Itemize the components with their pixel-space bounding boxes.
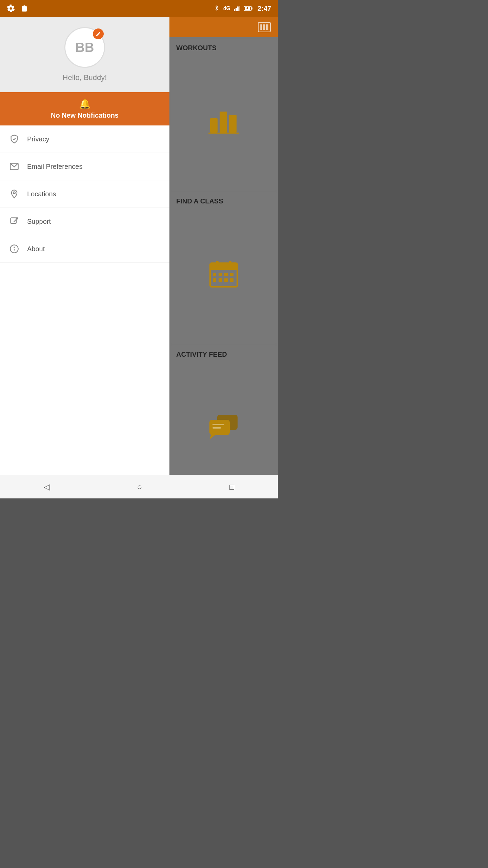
sidebar-item-support[interactable]: Support xyxy=(0,208,169,235)
location-pin-icon xyxy=(8,188,20,200)
svg-rect-25 xyxy=(229,115,237,133)
svg-rect-23 xyxy=(210,118,218,133)
svg-point-8 xyxy=(13,192,15,194)
battery-icon xyxy=(244,6,253,11)
settings-icon xyxy=(7,4,15,13)
svg-rect-43 xyxy=(212,427,221,429)
chat-bubbles-icon xyxy=(208,413,240,440)
activity-feed-icon-area xyxy=(176,361,271,492)
bluetooth-icon xyxy=(213,5,220,12)
email-preferences-label: Email Preferences xyxy=(27,163,82,171)
notification-text: No New Notifications xyxy=(51,112,119,119)
about-label: About xyxy=(27,245,45,253)
calendar-icon xyxy=(208,258,239,289)
svg-rect-26 xyxy=(208,133,239,134)
svg-rect-3 xyxy=(239,6,240,11)
bell-icon: 🔔 xyxy=(79,98,91,110)
svg-rect-31 xyxy=(213,273,216,276)
signal-bars-icon xyxy=(234,6,241,11)
activity-feed-card[interactable]: ACTIVITY FEED xyxy=(171,345,277,497)
avatar-wrapper: BB xyxy=(64,27,105,68)
svg-rect-0 xyxy=(234,9,235,11)
status-bar-right: 4G 2:47 xyxy=(213,5,271,13)
find-a-class-card[interactable]: FIND A CLASS xyxy=(171,192,277,344)
shield-check-icon xyxy=(8,133,20,145)
find-a-class-title: FIND A CLASS xyxy=(176,197,271,205)
svg-rect-35 xyxy=(213,278,216,282)
svg-rect-2 xyxy=(237,6,239,11)
main-header xyxy=(169,17,278,37)
svg-rect-5 xyxy=(251,7,252,9)
main-layout: BB Hello, Buddy! 🔔 No New Notifications xyxy=(0,17,278,498)
svg-rect-42 xyxy=(212,424,224,425)
notification-banner[interactable]: 🔔 No New Notifications xyxy=(0,92,169,125)
svg-rect-36 xyxy=(219,278,222,282)
sidebar-drawer: BB Hello, Buddy! 🔔 No New Notifications xyxy=(0,17,169,498)
edit-avatar-button[interactable] xyxy=(93,28,104,39)
svg-rect-1 xyxy=(236,8,237,11)
signal-4g-icon: 4G xyxy=(223,5,230,12)
profile-section: BB Hello, Buddy! xyxy=(0,17,169,92)
recents-button[interactable]: □ xyxy=(223,479,241,495)
avatar-initials: BB xyxy=(76,40,94,55)
main-content: WORKOUTS FIND A CLASS xyxy=(169,17,278,498)
barcode-scanner-icon[interactable] xyxy=(258,21,271,33)
svg-rect-38 xyxy=(230,278,233,282)
sidebar-item-privacy[interactable]: Privacy xyxy=(0,125,169,153)
svg-rect-34 xyxy=(230,273,233,276)
workouts-title: WORKOUTS xyxy=(176,44,271,52)
bar-chart-icon xyxy=(208,106,239,134)
status-bar: 4G 2:47 xyxy=(0,0,278,17)
cards-container: WORKOUTS FIND A CLASS xyxy=(169,37,278,498)
svg-rect-33 xyxy=(224,273,228,276)
svg-rect-24 xyxy=(220,112,227,133)
locations-label: Locations xyxy=(27,190,56,198)
privacy-label: Privacy xyxy=(27,135,49,143)
workouts-card[interactable]: WORKOUTS xyxy=(171,39,277,191)
sidebar-item-email-preferences[interactable]: Email Preferences xyxy=(0,153,169,180)
svg-marker-41 xyxy=(209,435,215,439)
status-time: 2:47 xyxy=(258,5,271,13)
activity-feed-title: ACTIVITY FEED xyxy=(176,351,271,358)
svg-rect-28 xyxy=(210,263,237,270)
clipboard-icon xyxy=(20,4,28,13)
svg-rect-29 xyxy=(216,261,219,266)
bottom-nav: ◁ ○ □ xyxy=(0,475,278,498)
support-label: Support xyxy=(27,218,51,225)
home-button[interactable]: ○ xyxy=(130,479,149,495)
menu-list: Privacy Email Preferences xyxy=(0,125,169,471)
find-a-class-icon-area xyxy=(176,208,271,338)
back-button[interactable]: ◁ xyxy=(37,479,57,495)
info-circle-icon xyxy=(8,243,20,255)
sidebar-item-locations[interactable]: Locations xyxy=(0,180,169,208)
workouts-icon-area xyxy=(176,55,271,185)
greeting-text: Hello, Buddy! xyxy=(63,73,107,82)
email-icon xyxy=(8,160,20,173)
svg-rect-30 xyxy=(229,261,231,266)
external-link-icon xyxy=(8,215,20,228)
sidebar-item-about[interactable]: About xyxy=(0,235,169,263)
svg-rect-32 xyxy=(219,273,222,276)
status-bar-left xyxy=(7,4,28,13)
svg-rect-37 xyxy=(224,278,228,282)
